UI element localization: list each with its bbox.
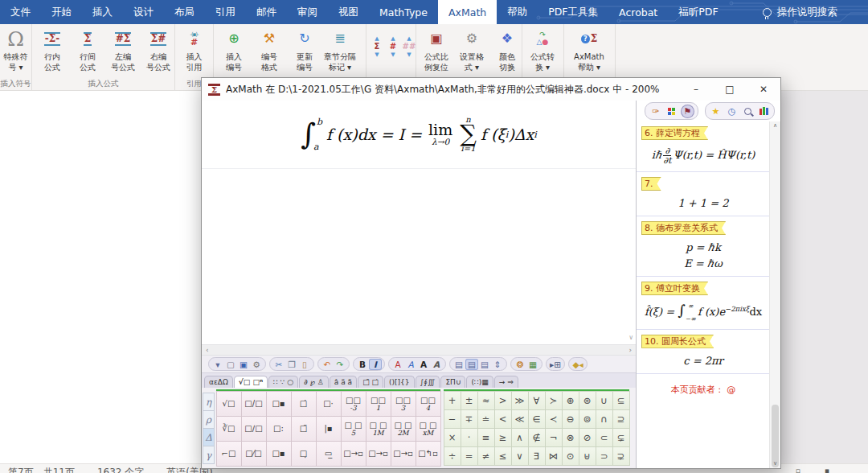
palette-tab[interactable]: â ä ã (330, 376, 357, 388)
align-center-icon[interactable]: ▤ (465, 359, 478, 370)
scale-stepper[interactable]: ▲ Σ ▼ (369, 35, 385, 58)
down-arrow-icon[interactable]: ▼ (391, 51, 395, 58)
number-table-icon[interactable]: ▸⊞ (549, 359, 562, 370)
scroll-down-icon[interactable]: ∨ (770, 460, 780, 467)
font-color-blue-icon[interactable]: A (404, 359, 417, 370)
template-cell[interactable]: □: (266, 416, 292, 442)
operator-cell[interactable]: ⊛ (579, 391, 596, 410)
up-arrow-icon[interactable]: ▲ (375, 35, 379, 42)
ribbon-tab[interactable]: 福昕PDF (668, 0, 728, 24)
view-buttons[interactable]: ▫▪ (796, 467, 829, 473)
formula-item-debroglie[interactable]: 8. 德布罗意关系式 p = ℏk E = ℏω (637, 216, 770, 277)
font-color-red-icon[interactable]: A (391, 359, 404, 370)
template-cell[interactable]: □→▫ (391, 441, 416, 467)
operator-cell[interactable]: = (461, 446, 478, 466)
history-clock-icon[interactable]: ◷ (725, 105, 739, 118)
ribbon-tab[interactable]: Acrobat (608, 0, 668, 24)
operator-cell[interactable]: ¬ (545, 428, 563, 447)
operator-cell[interactable]: ≪ (511, 409, 529, 429)
template-cell[interactable]: □ □ 1M (366, 416, 391, 442)
template-cell[interactable]: □▪ (266, 391, 292, 417)
panel-scrollbar[interactable]: ∧ ∨ (769, 121, 780, 468)
numbering-button[interactable]: ↻ 更新 编号 (287, 27, 322, 72)
template-cell[interactable]: □▪ (266, 441, 292, 467)
template-cell[interactable]: □□ 4 (416, 391, 441, 417)
operator-cell[interactable]: × (444, 428, 461, 447)
scale-stepper[interactable]: ▲ ## ▼ (401, 35, 417, 58)
ribbon-tab[interactable]: 视图 (328, 0, 369, 24)
ribbon-tab[interactable]: 文件 (0, 0, 41, 24)
operator-cell[interactable]: ≺ (545, 409, 563, 429)
search-icon[interactable] (741, 105, 755, 118)
format-button[interactable]: ❖ 颜色 切换 (489, 27, 525, 72)
operator-cell[interactable]: − (444, 409, 461, 429)
formula-item-fourier[interactable]: 9. 傅立叶变换 f̂(ξ) = ∫∞−∞f (x)e−2πixξdx (637, 277, 770, 330)
operator-cell[interactable]: + (444, 391, 461, 410)
symbol-drawer-icon[interactable]: ◆◂ (571, 359, 584, 370)
font-color-black-icon[interactable]: A (417, 359, 430, 370)
operator-cell[interactable]: ⊕ (562, 391, 579, 410)
formula-item-7[interactable]: 7. 1 + 1 = 2 (637, 172, 770, 216)
template-cell[interactable]: □̈ (291, 416, 317, 442)
editing-canvas[interactable]: ∫ b a f (x)dx = I = lim λ→0 n ∑ (202, 101, 636, 344)
clean-brush-icon[interactable]: ✑ (649, 105, 662, 118)
operator-cell[interactable]: ≻ (545, 391, 563, 410)
template-cell[interactable]: □→▫ (366, 441, 391, 467)
undo-icon[interactable]: ↶ (321, 359, 334, 370)
operator-cell[interactable]: ≡ (477, 428, 495, 447)
palette-tab[interactable]: ΣΠ∪ (440, 376, 465, 388)
template-cell[interactable]: □□ 3 (391, 391, 416, 417)
redo-icon[interactable]: ↷ (334, 359, 346, 370)
bookmark-icon[interactable]: ⚑ (681, 105, 694, 118)
up-arrow-icon[interactable]: ▲ (407, 35, 411, 42)
template-cell[interactable]: |▪ (316, 416, 342, 442)
maximize-button[interactable]: □ (713, 78, 747, 101)
ribbon-tab[interactable]: PDF工具集 (538, 0, 608, 24)
ribbon-tab[interactable]: 设计 (123, 0, 164, 24)
color-wheel-icon[interactable]: ❂ (514, 359, 526, 370)
operator-cell[interactable]: ≐ (477, 409, 495, 429)
horizontal-scrollbar[interactable]: ‹ › (202, 344, 636, 356)
ribbon-tab[interactable]: MathType (369, 0, 438, 24)
operator-cell[interactable]: ± (461, 391, 478, 410)
insert-mode-icon[interactable]: ▾ (211, 359, 224, 370)
align-right-icon[interactable]: ▤ (478, 359, 491, 370)
align-left-icon[interactable]: ▤ (452, 359, 465, 370)
special-symbol-button[interactable]: Ω 特殊符 号 ▾ (2, 27, 29, 72)
insert-equation-button[interactable]: -Σ- 行内 公式 (35, 27, 70, 72)
operator-cell[interactable]: · (461, 428, 478, 447)
template-cell[interactable]: □̇ (291, 391, 317, 417)
template-cell[interactable]: □ □ xM (416, 416, 441, 442)
new-doc-icon[interactable]: ▢ (224, 359, 237, 370)
operator-cell[interactable]: ≈ (477, 391, 495, 410)
ribbon-tab[interactable]: 审阅 (287, 0, 328, 24)
word-count[interactable]: 1632 个字 (97, 464, 144, 473)
numbering-button[interactable]: ⊕ 插入 编号 (216, 27, 252, 72)
template-cell[interactable]: □□ -3 (341, 391, 366, 417)
insert-reference-button[interactable]: -(▪)- # 插入 引用 (178, 27, 211, 72)
ribbon-tab[interactable]: AxMath (438, 0, 497, 24)
palette-tab[interactable]: ()[]{} (384, 376, 415, 388)
scroll-thumb[interactable] (772, 405, 779, 467)
operator-cell[interactable]: ∓ (461, 409, 478, 429)
operator-cell[interactable]: ⊊ (612, 428, 630, 447)
template-cell[interactable]: □ □ 2M (391, 416, 416, 442)
save-icon[interactable]: ▣ (237, 359, 250, 370)
operator-cell[interactable]: ∉ (528, 428, 546, 447)
operator-cell[interactable]: ⊙ (562, 446, 579, 466)
insert-equation-button[interactable]: #Σ 左编 号公式 (105, 27, 141, 72)
palette-tab[interactable]: √□ □ⁿ (234, 376, 268, 388)
bold-button[interactable]: B (356, 359, 369, 370)
formula-item-circumference[interactable]: 10. 圆周长公式 c = 2πr (637, 330, 770, 374)
palette-tab[interactable]: αεΔΩ (204, 376, 233, 388)
operator-cell[interactable]: ⋈ (545, 446, 563, 466)
cut-icon[interactable]: ✂ (272, 359, 285, 370)
operator-cell[interactable]: ∈ (528, 409, 546, 429)
palette-tab[interactable]: ∷ ∵ ○ (268, 376, 298, 388)
settings-gear-icon[interactable]: ⚙ (250, 359, 263, 370)
operator-cell[interactable]: ≥ (494, 428, 512, 447)
insert-equation-button[interactable]: Σ# 右编 号公式 (141, 27, 176, 72)
window-title-bar[interactable]: Σ AxMath 在 D:\1-2021.05工作\G 资料\Axmath\Ax… (202, 78, 780, 101)
operator-cell[interactable]: ⊂ (596, 428, 613, 447)
operator-cell[interactable]: ⊃ (596, 446, 613, 466)
